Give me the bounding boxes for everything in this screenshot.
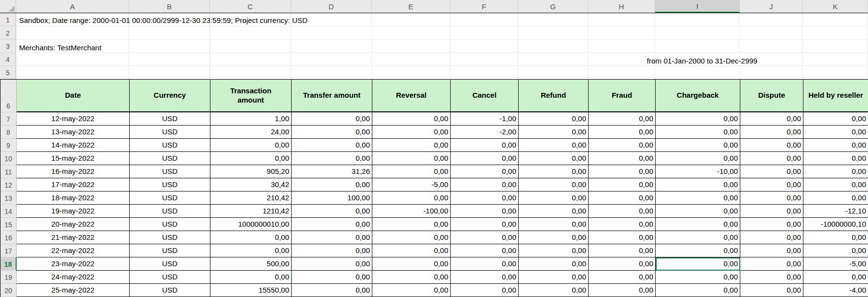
- cell[interactable]: 0,00: [292, 244, 372, 257]
- cell[interactable]: [588, 40, 655, 53]
- cell[interactable]: 0,00: [210, 152, 292, 165]
- cell[interactable]: 0,00: [292, 271, 372, 284]
- cell[interactable]: 0,00: [656, 178, 740, 191]
- cell[interactable]: 21-may-2022: [17, 231, 130, 244]
- cell[interactable]: 0,00: [451, 218, 519, 231]
- cell[interactable]: [803, 26, 868, 40]
- cell[interactable]: 0,00: [210, 231, 292, 244]
- cell[interactable]: 0,00: [372, 231, 451, 244]
- cell[interactable]: 0,00: [656, 231, 740, 244]
- column-header-e[interactable]: E: [372, 0, 450, 13]
- row-number-8[interactable]: 8: [0, 126, 17, 139]
- header-cell-transfer-amount[interactable]: Transfer amount: [292, 80, 372, 112]
- row-number-5[interactable]: 5: [0, 66, 16, 79]
- cell[interactable]: 0,00: [451, 205, 519, 218]
- cell[interactable]: [372, 13, 450, 26]
- cell[interactable]: [655, 13, 740, 26]
- cell[interactable]: 210,42: [210, 191, 292, 205]
- cell[interactable]: USD: [130, 139, 210, 152]
- cell[interactable]: 0,00: [519, 205, 589, 218]
- selected-cell[interactable]: 0,00: [656, 257, 740, 271]
- cell[interactable]: 0,00: [210, 139, 292, 152]
- cell[interactable]: USD: [130, 244, 210, 257]
- cell[interactable]: 0,00: [656, 191, 740, 205]
- cell[interactable]: 0,00: [589, 139, 656, 152]
- cell[interactable]: 0,00: [656, 218, 740, 231]
- cell[interactable]: 0,00: [451, 165, 519, 178]
- row-number-15[interactable]: 15: [0, 218, 17, 231]
- cell[interactable]: 0,00: [519, 178, 589, 191]
- cell[interactable]: 0,00: [451, 284, 519, 297]
- cell[interactable]: 23-may-2022: [17, 257, 130, 271]
- header-cell-fraud[interactable]: Fraud: [589, 80, 656, 112]
- cell[interactable]: [518, 26, 588, 40]
- cell[interactable]: 1210,42: [210, 205, 292, 218]
- cell[interactable]: 0,00: [519, 218, 589, 231]
- cell[interactable]: [129, 53, 210, 66]
- cell[interactable]: [740, 40, 803, 53]
- cell[interactable]: USD: [130, 271, 210, 284]
- cell[interactable]: 14-may-2022: [17, 139, 130, 152]
- cell[interactable]: [588, 66, 655, 79]
- cell[interactable]: 0,00: [740, 165, 803, 178]
- column-header-g[interactable]: G: [518, 0, 588, 13]
- cell[interactable]: 0,00: [656, 271, 740, 284]
- column-header-c[interactable]: C: [210, 0, 291, 13]
- column-header-b[interactable]: B: [129, 0, 210, 13]
- cell[interactable]: 0,00: [740, 191, 803, 205]
- cell[interactable]: 0,00: [740, 178, 803, 191]
- cell[interactable]: [210, 66, 291, 79]
- cell[interactable]: 0,00: [451, 257, 519, 271]
- cell[interactable]: 15-may-2022: [17, 152, 130, 165]
- cell[interactable]: 0,00: [589, 191, 656, 205]
- cell[interactable]: USD: [130, 178, 210, 191]
- cell[interactable]: -4,00: [803, 284, 868, 297]
- cell[interactable]: 0,00: [803, 191, 868, 205]
- cell[interactable]: [372, 53, 450, 66]
- cell[interactable]: 0,00: [519, 271, 589, 284]
- cell[interactable]: 0,00: [451, 231, 519, 244]
- cell[interactable]: 0,00: [589, 112, 656, 126]
- select-all-corner[interactable]: [0, 0, 16, 13]
- cell[interactable]: [291, 66, 372, 79]
- cell[interactable]: 19-may-2022: [17, 205, 130, 218]
- row-number-3[interactable]: 3: [0, 40, 16, 53]
- row-number-11[interactable]: 11: [0, 165, 17, 178]
- cell[interactable]: 0,00: [372, 257, 451, 271]
- cell[interactable]: [518, 53, 588, 66]
- cell[interactable]: [450, 26, 518, 40]
- cell[interactable]: 0,00: [589, 218, 656, 231]
- cell[interactable]: 0,00: [740, 152, 803, 165]
- row-number-12[interactable]: 12: [0, 178, 17, 191]
- cell[interactable]: 1000000010,00: [210, 218, 292, 231]
- cell[interactable]: [129, 66, 210, 79]
- row-number-20[interactable]: 20: [0, 284, 17, 297]
- cell[interactable]: [129, 26, 210, 40]
- cell[interactable]: 0,00: [519, 152, 589, 165]
- cell[interactable]: [588, 26, 655, 40]
- cell[interactable]: [588, 13, 655, 26]
- header-cell-transaction-amount[interactable]: Transaction amount: [210, 80, 292, 112]
- cell[interactable]: 0,00: [519, 191, 589, 205]
- row-number-13[interactable]: 13: [0, 191, 17, 205]
- cell[interactable]: 0,00: [740, 139, 803, 152]
- cell[interactable]: 18-may-2022: [17, 191, 130, 205]
- cell[interactable]: 24-may-2022: [17, 271, 130, 284]
- cell[interactable]: 0,00: [656, 244, 740, 257]
- cell[interactable]: 0,00: [519, 244, 589, 257]
- column-header-j[interactable]: J: [740, 0, 803, 13]
- cell[interactable]: [803, 53, 868, 66]
- row-number-2[interactable]: 2: [0, 26, 16, 40]
- cell[interactable]: 0,00: [656, 284, 740, 297]
- cell[interactable]: [655, 40, 740, 53]
- cell[interactable]: [803, 13, 868, 26]
- cell[interactable]: 500,00: [210, 257, 292, 271]
- cell[interactable]: -12,10: [803, 205, 868, 218]
- cell[interactable]: 30,42: [210, 178, 292, 191]
- cell[interactable]: 0,00: [372, 284, 451, 297]
- cell[interactable]: 0,00: [372, 244, 451, 257]
- cell[interactable]: [655, 66, 740, 79]
- cell[interactable]: 0,00: [292, 231, 372, 244]
- cell[interactable]: 0,00: [519, 126, 589, 139]
- cell[interactable]: 0,00: [292, 112, 372, 126]
